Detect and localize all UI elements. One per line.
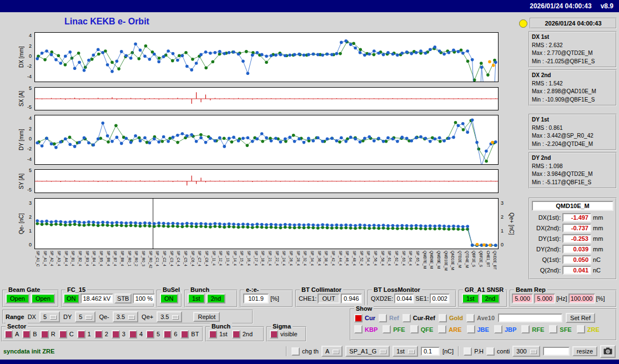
checkbox-label: 2nd xyxy=(243,331,253,337)
fc15-on-button[interactable]: ON xyxy=(63,294,79,304)
sector-checkbox-b[interactable]: B xyxy=(22,330,37,338)
beam-rep-field-2[interactable]: 5.000 xyxy=(534,294,555,304)
screenshot-button[interactable] xyxy=(600,345,616,358)
interval-select[interactable]: 300 xyxy=(512,346,540,357)
checkbox-label: 1st xyxy=(219,331,228,337)
sector-select[interactable]: A xyxy=(321,346,343,357)
ref-name-input[interactable] xyxy=(498,314,562,322)
beam-gate-open-button-1[interactable]: Open xyxy=(6,294,29,304)
show-checkbox-gold[interactable]: Gold xyxy=(439,314,463,322)
stats-rms: RMS : 0.861 xyxy=(532,124,613,133)
bpm-monitor-panel: QMD10E_M DX(1st):-1.497mmDX(2nd):-0.737m… xyxy=(529,198,617,280)
show-checkbox-zre[interactable]: ZRE xyxy=(577,325,600,333)
bpm-select[interactable]: SP_A1_G xyxy=(345,346,390,357)
bunch-checkbox-2nd[interactable]: 2nd xyxy=(232,330,253,338)
dy-tick-label: 2 xyxy=(29,126,32,132)
sigma-visible-checkbox[interactable]: visible xyxy=(270,330,298,338)
sector-checkbox-a[interactable]: A xyxy=(4,330,19,338)
fc15-stb-button[interactable]: STB xyxy=(114,294,132,304)
x-axis-bpm-label: SP_A4_4 xyxy=(64,251,68,266)
x-axis-bpm-label: SP_C7_4 xyxy=(198,251,202,266)
bunch-label: Bunch xyxy=(189,286,211,294)
dropdown-indicator-icon xyxy=(380,350,386,353)
misc-input[interactable] xyxy=(543,347,570,356)
monitor-row-label: DY(1st): xyxy=(532,235,561,242)
sector-checkbox-5[interactable]: 5 xyxy=(146,330,160,338)
show-checkbox-cur-ref[interactable]: Cur-Ref xyxy=(402,314,435,322)
sector-checkbox-4[interactable]: 4 xyxy=(129,330,143,338)
dy-tick-label: 4 xyxy=(29,115,32,121)
show-checkbox-qfe[interactable]: QFE xyxy=(410,325,434,333)
show-checkbox-rfe[interactable]: RFE xyxy=(521,325,544,333)
show-checkbox-ref[interactable]: Ref xyxy=(379,314,399,322)
sector-checkbox-6[interactable]: 6 xyxy=(163,330,177,338)
sector-checkbox-1[interactable]: 1 xyxy=(77,330,91,338)
range-qe-minus-select[interactable]: 3.5 xyxy=(113,311,138,322)
che1-value-field[interactable]: 0.946 xyxy=(341,294,362,304)
checkbox-label: 4 xyxy=(139,331,143,337)
resize-button[interactable]: resize xyxy=(572,346,597,356)
sector-checkbox-c[interactable]: C xyxy=(59,330,74,338)
qxd2e-value-field[interactable]: 0.044 xyxy=(394,294,414,304)
range-qe-plus-select[interactable]: 3.5 xyxy=(157,311,182,322)
checkbox-indicator xyxy=(59,330,67,338)
x-axis-bpm-label: SP_A1_C xyxy=(36,251,39,267)
busel-on-button[interactable]: ON xyxy=(160,294,178,304)
range-dx-select[interactable]: 5 xyxy=(39,311,60,322)
q-tick-label: 0 xyxy=(29,242,32,247)
show-checkbox-are[interactable]: ARE xyxy=(438,325,461,333)
beam-rep-field-1[interactable]: 5.000 xyxy=(512,294,533,304)
show-checkbox-sfe[interactable]: SFE xyxy=(549,325,571,333)
beam-rep-percent-field[interactable]: 100.000 xyxy=(568,294,595,304)
checkbox-indicator xyxy=(209,330,217,338)
sx-plot xyxy=(34,87,499,110)
show-checkbox-kbp[interactable]: KBP xyxy=(354,325,378,333)
bunch-checkbox-1st[interactable]: 1st xyxy=(209,330,228,338)
sector-checkbox-2[interactable]: 2 xyxy=(94,330,108,338)
gr-snsr-1st-button[interactable]: 1st xyxy=(462,294,479,304)
set-ref-button[interactable]: Set Ref xyxy=(566,313,595,323)
se1-value-field[interactable]: 0.002 xyxy=(430,294,450,304)
dropdown-indicator-icon xyxy=(85,315,92,319)
bunch-1st-button[interactable]: 1st xyxy=(188,294,205,304)
che1-label: CHE1: xyxy=(299,295,316,302)
beam-gate-open-button-2[interactable]: Open xyxy=(31,294,55,304)
sector-checkbox-r[interactable]: R xyxy=(41,330,56,338)
bpm-monitor-title[interactable]: QMD10E_M xyxy=(532,201,613,211)
x-axis-bpm-label: SP_A3_4 xyxy=(57,251,61,266)
show-checkbox-jbe[interactable]: JBE xyxy=(467,325,489,333)
x-axis-bpm-label: SP_22_4 xyxy=(275,251,279,266)
bunch-2nd-button[interactable]: 2nd xyxy=(207,294,225,304)
threshold-input[interactable] xyxy=(421,347,440,356)
chg-th-checkbox[interactable]: chg th xyxy=(291,347,319,356)
ee-ratio-label: e-:e- xyxy=(244,286,260,294)
ee-ratio-field[interactable]: 101.9 xyxy=(243,294,269,304)
fc15-kv-field[interactable]: 18.462 kV xyxy=(80,294,114,304)
show-checkbox-ave10[interactable]: Ave10 xyxy=(466,314,495,322)
x-axis-bpm-label: SP_B4_4 xyxy=(92,251,96,266)
show-checkbox-cur[interactable]: Cur xyxy=(354,314,375,322)
checkbox-indicator xyxy=(410,325,419,333)
show-checkbox-pfe[interactable]: PFE xyxy=(383,325,405,333)
gr-snsr-2nd-button[interactable]: 2nd xyxy=(481,294,500,304)
ph-checkbox[interactable]: P.H xyxy=(464,347,484,356)
fc15-percent-field[interactable]: 100 % xyxy=(133,294,155,304)
range-dy-select[interactable]: 5 xyxy=(75,311,95,322)
x-axis-bpm-label: QMD8E_M xyxy=(430,251,434,269)
range-qe-minus-value: 3.5 xyxy=(117,314,125,320)
x-axis-bpm-label: SP_48_4 xyxy=(352,251,356,266)
bunch-number-select[interactable]: 1st xyxy=(392,346,418,357)
sector-group: Sector ABRC123456BT xyxy=(1,326,203,342)
checkbox-label: Ave10 xyxy=(477,315,495,321)
conti-checkbox[interactable]: conti xyxy=(486,347,510,356)
sector-checkbox-bt[interactable]: BT xyxy=(180,330,199,338)
sector-checkbox-3[interactable]: 3 xyxy=(112,330,125,338)
che1-state-field: OUT xyxy=(318,294,339,304)
threshold-unit: [nC] xyxy=(442,348,454,355)
stats-title: DY 2nd xyxy=(532,154,613,163)
checkbox-label: BT xyxy=(191,331,199,337)
replot-button[interactable]: Replot xyxy=(193,312,220,322)
sx-tick-label: -5 xyxy=(27,104,32,110)
checkbox-indicator xyxy=(41,330,49,338)
show-checkbox-jbp[interactable]: JBP xyxy=(494,325,516,333)
